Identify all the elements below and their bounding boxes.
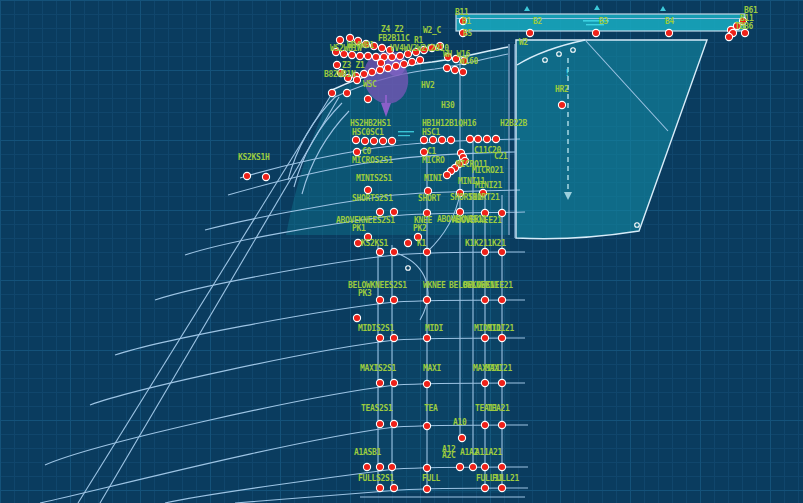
point-label[interactable]: B4: [665, 17, 675, 26]
pattern-point[interactable]: [377, 59, 384, 66]
point-label[interactable]: MINI: [424, 174, 443, 183]
pattern-point[interactable]: [333, 61, 340, 68]
point-label[interactable]: FULL: [422, 474, 441, 483]
pattern-point[interactable]: [360, 70, 367, 77]
pattern-point[interactable]: [379, 137, 386, 144]
pattern-point[interactable]: [423, 380, 430, 387]
point-label[interactable]: HS2HB2HS1: [350, 119, 391, 128]
point-label[interactable]: SHORT: [418, 194, 441, 203]
pattern-point[interactable]: [451, 66, 458, 73]
point-label[interactable]: B5: [463, 29, 473, 38]
pattern-point[interactable]: [423, 464, 430, 471]
pattern-point[interactable]: [498, 484, 505, 491]
pattern-point[interactable]: [356, 52, 363, 59]
pattern-point[interactable]: [498, 296, 505, 303]
point-label[interactable]: B11: [455, 8, 469, 17]
pattern-point[interactable]: [443, 171, 450, 178]
pattern-point[interactable]: [481, 463, 488, 470]
point-label[interactable]: TBB6: [735, 22, 754, 31]
pattern-point[interactable]: [474, 135, 481, 142]
point-label[interactable]: BELOWKNEES2S1: [348, 281, 407, 290]
point-label[interactable]: TEAS2S1: [361, 404, 393, 413]
pattern-point[interactable]: [262, 173, 269, 180]
pattern-point[interactable]: [363, 463, 370, 470]
pattern-point[interactable]: [423, 422, 430, 429]
point-label[interactable]: MIDIS2S1: [358, 324, 395, 333]
point-label[interactable]: W2: [519, 38, 529, 47]
pattern-point[interactable]: [336, 36, 343, 43]
pattern-canvas[interactable]: B11B1B2B3B4B61B11TBB6B5W2Z4 Z2W2_CFB2B11…: [0, 0, 803, 503]
pattern-point[interactable]: [481, 334, 488, 341]
pattern-point[interactable]: [526, 29, 533, 36]
pattern-point[interactable]: [376, 296, 383, 303]
pattern-point[interactable]: [390, 334, 397, 341]
point-label[interactable]: ABOVEKNEE21: [452, 216, 502, 225]
pattern-point[interactable]: [665, 29, 672, 36]
pattern-point[interactable]: [384, 64, 391, 71]
point-label[interactable]: C21: [494, 152, 508, 161]
point-label[interactable]: MICROS2S1: [352, 156, 393, 165]
pattern-point[interactable]: [492, 135, 499, 142]
point-label[interactable]: KS2KS1H: [238, 153, 270, 162]
pattern-point[interactable]: [388, 463, 395, 470]
pattern-point[interactable]: [481, 296, 488, 303]
pattern-point[interactable]: [390, 208, 397, 215]
pattern-point[interactable]: [370, 137, 377, 144]
pattern-point[interactable]: [378, 44, 385, 51]
pattern-point[interactable]: [390, 379, 397, 386]
pattern-point[interactable]: [328, 89, 335, 96]
pattern-point[interactable]: [388, 137, 395, 144]
point-label[interactable]: MAXI21: [485, 364, 513, 373]
pattern-point[interactable]: [390, 420, 397, 427]
point-label[interactable]: MIDI21: [487, 324, 515, 333]
pattern-point[interactable]: [459, 68, 466, 75]
pattern-point[interactable]: [558, 101, 565, 108]
pattern-point[interactable]: [481, 248, 488, 255]
point-label[interactable]: ABOVEKNEES2S1: [336, 216, 395, 225]
point-label[interactable]: MAXIS2S1: [360, 364, 397, 373]
pattern-point[interactable]: [481, 484, 488, 491]
point-label[interactable]: FULLS2S1: [358, 474, 395, 483]
point-label[interactable]: MICRO21: [472, 166, 504, 175]
pattern-point[interactable]: [423, 296, 430, 303]
pattern-point[interactable]: [458, 434, 465, 441]
point-label[interactable]: MAXI: [423, 364, 442, 373]
point-label[interactable]: TEA: [424, 404, 438, 413]
point-label[interactable]: HB1H12B1QH16: [422, 119, 477, 128]
point-label[interactable]: HR2: [555, 85, 569, 94]
point-label[interactable]: MICRO: [422, 156, 445, 165]
point-label[interactable]: C0: [362, 147, 372, 156]
pattern-point[interactable]: [368, 68, 375, 75]
pattern-point[interactable]: [392, 62, 399, 69]
point-label[interactable]: SHORTS2S1: [352, 194, 393, 203]
pattern-point[interactable]: [498, 379, 505, 386]
pattern-point[interactable]: [364, 52, 371, 59]
point-label[interactable]: MINIS2S1: [356, 174, 393, 183]
pattern-point[interactable]: [466, 135, 473, 142]
pattern-point[interactable]: [390, 248, 397, 255]
pattern-point[interactable]: [376, 248, 383, 255]
pattern-point[interactable]: [376, 463, 383, 470]
point-label[interactable]: B2: [533, 17, 543, 26]
pattern-point[interactable]: [376, 420, 383, 427]
pattern-point[interactable]: [481, 421, 488, 428]
pattern-point[interactable]: [423, 248, 430, 255]
pattern-point[interactable]: [498, 463, 505, 470]
pattern-point[interactable]: [725, 33, 732, 40]
point-label[interactable]: FB2B11C: [378, 34, 410, 43]
point-label[interactable]: B3: [599, 17, 609, 26]
pattern-point[interactable]: [352, 136, 359, 143]
pattern-point[interactable]: [376, 379, 383, 386]
point-label[interactable]: PK3: [358, 289, 372, 298]
pattern-point[interactable]: [353, 148, 360, 155]
pattern-point[interactable]: [353, 314, 360, 321]
pattern-point[interactable]: [408, 58, 415, 65]
pattern-point[interactable]: [388, 53, 395, 60]
pattern-point[interactable]: [447, 136, 454, 143]
pattern-point[interactable]: [416, 56, 423, 63]
point-label[interactable]: K1K211K21: [465, 239, 506, 248]
point-label[interactable]: HV2: [421, 81, 435, 90]
point-label[interactable]: PK2: [413, 224, 427, 233]
pattern-point[interactable]: [469, 463, 476, 470]
pattern-point[interactable]: [483, 135, 490, 142]
